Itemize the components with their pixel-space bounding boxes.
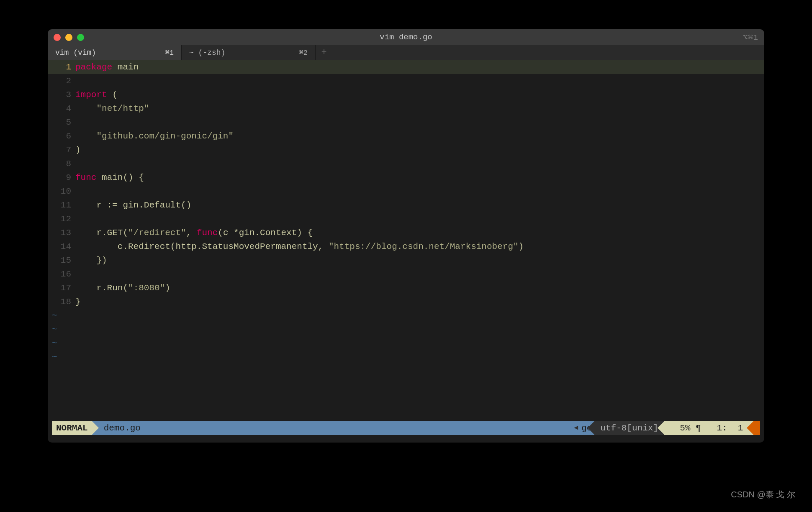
status-filename: demo.go — [104, 421, 141, 435]
line-number: 1 — [48, 60, 75, 74]
code-content: c.Redirect(http.StatusMovedPermanently, … — [75, 240, 764, 253]
left-triangle-icon: ◀ — [574, 421, 578, 435]
editor-area[interactable]: 1package main23import (4 "net/http"56 "g… — [48, 60, 764, 421]
empty-line-tilde: ~ — [48, 323, 764, 336]
code-content — [75, 157, 764, 171]
line-number: 14 — [48, 240, 75, 253]
empty-line-tilde: ~ — [48, 350, 764, 364]
line-number: 7 — [48, 143, 75, 157]
minimize-icon[interactable] — [65, 34, 72, 41]
vim-mode: NORMAL — [52, 421, 92, 435]
code-line[interactable]: 1package main — [48, 60, 764, 74]
line-number: 4 — [48, 102, 75, 115]
code-content: } — [75, 295, 764, 309]
line-number: 16 — [48, 267, 75, 281]
code-content: "github.com/gin-gonic/gin" — [75, 129, 764, 143]
line-number: 12 — [48, 212, 75, 226]
tab-1[interactable]: ~ (-zsh)⌘2 — [182, 45, 316, 60]
tab-shortcut: ⌘2 — [299, 48, 308, 57]
status-encoding: utf-8[unix] — [594, 421, 664, 435]
code-content: r.Run(":8080") — [75, 281, 764, 295]
code-line[interactable]: 8 — [48, 157, 764, 171]
code-content — [75, 115, 764, 129]
code-line[interactable]: 7) — [48, 143, 764, 157]
line-number: 10 — [48, 184, 75, 198]
code-line[interactable]: 13 r.GET("/redirect", func(c *gin.Contex… — [48, 226, 764, 240]
window-shortcut: ⌥⌘1 — [743, 32, 758, 42]
terminal-window: vim demo.go ⌥⌘1 vim (vim)⌘1~ (-zsh)⌘2+ 1… — [48, 29, 764, 443]
code-content: "net/http" — [75, 102, 764, 115]
code-line[interactable]: 10 — [48, 184, 764, 198]
code-line[interactable]: 9func main() { — [48, 171, 764, 184]
code-content: r.GET("/redirect", func(c *gin.Context) … — [75, 226, 764, 240]
watermark: CSDN @泰 戈 尔 — [731, 489, 795, 500]
tab-0[interactable]: vim (vim)⌘1 — [48, 45, 182, 60]
line-number: 2 — [48, 74, 75, 88]
line-number: 5 — [48, 115, 75, 129]
traffic-lights — [54, 34, 84, 41]
code-line[interactable]: 4 "net/http" — [48, 102, 764, 115]
code-line[interactable]: 17 r.Run(":8080") — [48, 281, 764, 295]
code-line[interactable]: 11 r := gin.Default() — [48, 198, 764, 212]
tab-label: ~ (-zsh) — [189, 49, 225, 57]
titlebar: vim demo.go ⌥⌘1 — [48, 29, 764, 45]
code-line[interactable]: 6 "github.com/gin-gonic/gin" — [48, 129, 764, 143]
code-content: }) — [75, 253, 764, 267]
status-position: 5% ¶ 1: 1 — [664, 421, 753, 435]
maximize-icon[interactable] — [77, 34, 84, 41]
code-line[interactable]: 14 c.Redirect(http.StatusMovedPermanentl… — [48, 240, 764, 253]
line-number: 13 — [48, 226, 75, 240]
line-number: 17 — [48, 281, 75, 295]
line-number: 3 — [48, 88, 75, 102]
line-number: 8 — [48, 157, 75, 171]
line-number: 15 — [48, 253, 75, 267]
code-content — [75, 212, 764, 226]
code-content: ) — [75, 143, 764, 157]
code-line[interactable]: 12 — [48, 212, 764, 226]
tab-label: vim (vim) — [55, 49, 96, 57]
code-content: func main() { — [75, 171, 764, 184]
code-line[interactable]: 3import ( — [48, 88, 764, 102]
line-number: 9 — [48, 171, 75, 184]
status-end-marker — [753, 421, 760, 435]
empty-line-tilde: ~ — [48, 336, 764, 350]
tab-shortcut: ⌘1 — [165, 48, 174, 57]
code-line[interactable]: 2 — [48, 74, 764, 88]
status-bar: NORMAL demo.go ◀ go utf-8[unix] 5% ¶ 1: … — [52, 421, 760, 435]
code-content: package main — [75, 60, 764, 74]
code-line[interactable]: 18} — [48, 295, 764, 309]
code-content: import ( — [75, 88, 764, 102]
close-icon[interactable] — [54, 34, 61, 41]
new-tab-button[interactable]: + — [316, 45, 332, 60]
code-content — [75, 267, 764, 281]
code-line[interactable]: 15 }) — [48, 253, 764, 267]
line-number: 18 — [48, 295, 75, 309]
empty-line-tilde: ~ — [48, 309, 764, 323]
code-content — [75, 74, 764, 88]
code-content: r := gin.Default() — [75, 198, 764, 212]
status-filename-section: demo.go ◀ go — [92, 421, 595, 435]
code-line[interactable]: 5 — [48, 115, 764, 129]
window-title: vim demo.go — [380, 33, 432, 42]
line-number: 11 — [48, 198, 75, 212]
code-line[interactable]: 16 — [48, 267, 764, 281]
code-content — [75, 184, 764, 198]
line-number: 6 — [48, 129, 75, 143]
tab-bar: vim (vim)⌘1~ (-zsh)⌘2+ — [48, 45, 764, 60]
